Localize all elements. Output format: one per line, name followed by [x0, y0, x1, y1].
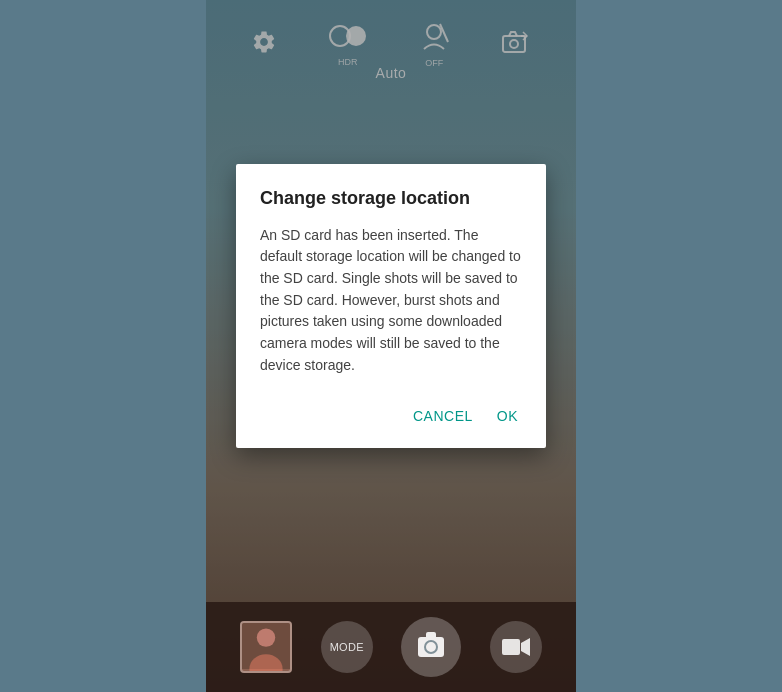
dialog-overlay: Change storage location An SD card has b…: [206, 0, 576, 692]
dialog-body: An SD card has been inserted. The defaul…: [260, 225, 522, 377]
svg-marker-12: [521, 638, 530, 656]
ok-button[interactable]: OK: [493, 400, 522, 432]
capture-button[interactable]: [401, 617, 461, 677]
photo-thumbnail[interactable]: [240, 621, 292, 673]
camera-shape-icon: [418, 637, 444, 657]
dialog-buttons: CANCEL OK: [260, 400, 522, 440]
phone-screen: HDR HDR OFF Auto: [206, 0, 576, 692]
bottom-bar: MODE: [206, 602, 576, 692]
mode-label: MODE: [330, 641, 364, 653]
cancel-button[interactable]: CANCEL: [409, 400, 477, 432]
storage-dialog: Change storage location An SD card has b…: [236, 164, 546, 449]
svg-rect-10: [242, 621, 290, 669]
mode-button[interactable]: MODE: [321, 621, 373, 673]
dialog-title: Change storage location: [260, 188, 522, 209]
svg-rect-11: [502, 639, 520, 655]
video-button[interactable]: [490, 621, 542, 673]
